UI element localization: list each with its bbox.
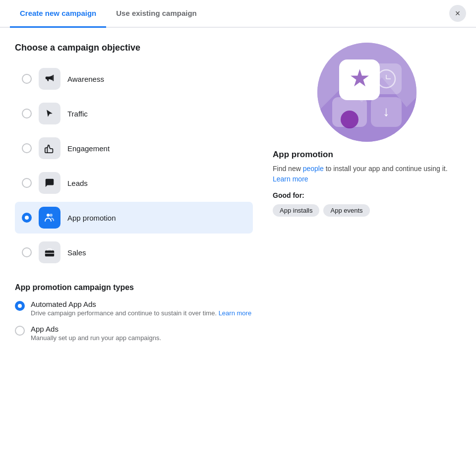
learn-more-link[interactable]: Learn more bbox=[273, 175, 308, 183]
tab-use-existing-campaign[interactable]: Use existing campaign bbox=[106, 0, 207, 28]
automated-learn-more[interactable]: Learn more bbox=[219, 309, 251, 317]
radio-traffic[interactable] bbox=[22, 109, 32, 118]
illustration-svg: ↓ ★ bbox=[317, 43, 416, 142]
close-button[interactable]: × bbox=[449, 5, 466, 22]
radio-sales[interactable] bbox=[22, 247, 32, 257]
option-app-ads[interactable]: App Ads Manually set up and run your app… bbox=[15, 325, 461, 342]
main-content: Choose a campaign objective Awareness bbox=[0, 28, 476, 278]
traffic-label: Traffic bbox=[67, 110, 88, 118]
campaign-types-section: App promotion campaign types Automated A… bbox=[0, 278, 476, 364]
preview-column: ↓ ★ App promotion F bbox=[273, 43, 461, 268]
thumbs-up-icon bbox=[44, 143, 55, 154]
people-grid-icon bbox=[44, 212, 56, 224]
objective-item-leads[interactable]: Leads bbox=[15, 167, 253, 199]
tags-container: App installs App events bbox=[273, 204, 461, 217]
section-title: Choose a campaign objective bbox=[15, 43, 253, 53]
campaign-types-title: App promotion campaign types bbox=[15, 283, 461, 292]
radio-automated[interactable] bbox=[15, 301, 25, 311]
option-automated-app-ads[interactable]: Automated App Ads Drive campaign perform… bbox=[15, 300, 461, 317]
app-ads-desc: Manually set up and run your app campaig… bbox=[31, 334, 161, 342]
svg-point-1 bbox=[50, 214, 53, 217]
sales-label: Sales bbox=[67, 248, 86, 257]
automated-desc: Drive campaign performance and continue … bbox=[31, 309, 251, 317]
desc-part1: Find new bbox=[273, 165, 303, 173]
svg-text:↓: ↓ bbox=[383, 104, 390, 119]
objective-list: Awareness Traffic bbox=[15, 63, 253, 268]
desc-part2: to install your app and continue using i… bbox=[324, 165, 448, 173]
header: Create new campaign Use existing campaig… bbox=[0, 0, 476, 28]
objective-item-sales[interactable]: Sales bbox=[15, 236, 253, 268]
automated-label: Automated App Ads bbox=[31, 300, 251, 308]
objective-item-traffic[interactable]: Traffic bbox=[15, 98, 253, 129]
app-ads-content: App Ads Manually set up and run your app… bbox=[31, 325, 161, 342]
awareness-label: Awareness bbox=[67, 75, 104, 83]
app-promotion-label: App promotion bbox=[67, 214, 116, 222]
engagement-icon-box bbox=[39, 137, 60, 159]
automated-content: Automated App Ads Drive campaign perform… bbox=[31, 300, 251, 317]
radio-engagement[interactable] bbox=[22, 143, 32, 153]
objectives-column: Choose a campaign objective Awareness bbox=[15, 43, 253, 268]
radio-awareness[interactable] bbox=[22, 74, 32, 84]
tab-create-new-campaign[interactable]: Create new campaign bbox=[10, 0, 106, 28]
chat-icon bbox=[44, 177, 55, 188]
preview-description: Find new people to install your app and … bbox=[273, 164, 461, 184]
leads-label: Leads bbox=[67, 179, 88, 187]
automated-desc-text: Drive campaign performance and continue … bbox=[31, 309, 219, 317]
awareness-icon-box bbox=[39, 68, 60, 90]
cursor-icon bbox=[45, 109, 55, 118]
app-ads-label: App Ads bbox=[31, 325, 161, 333]
radio-app-promotion[interactable] bbox=[22, 213, 32, 223]
leads-icon-box bbox=[39, 172, 60, 194]
good-for-title: Good for: bbox=[273, 191, 461, 199]
svg-text:★: ★ bbox=[349, 65, 370, 91]
svg-point-12 bbox=[341, 111, 358, 128]
radio-leads[interactable] bbox=[22, 178, 32, 188]
app-promotion-icon-box bbox=[39, 207, 60, 229]
megaphone-icon bbox=[44, 73, 55, 84]
sales-icon-box bbox=[39, 241, 60, 263]
tag-app-installs: App installs bbox=[273, 204, 319, 217]
objective-item-engagement[interactable]: Engagement bbox=[15, 132, 253, 164]
people-link[interactable]: people bbox=[303, 165, 324, 173]
briefcase-icon bbox=[44, 247, 55, 258]
objective-item-awareness[interactable]: Awareness bbox=[15, 63, 253, 95]
app-promotion-illustration: ↓ ★ bbox=[317, 43, 416, 142]
illustration-circle: ↓ ★ bbox=[317, 43, 416, 142]
engagement-label: Engagement bbox=[67, 144, 110, 153]
preview-title: App promotion bbox=[273, 150, 461, 160]
traffic-icon-box bbox=[39, 103, 60, 124]
svg-point-0 bbox=[47, 214, 50, 217]
tag-app-events: App events bbox=[323, 204, 369, 217]
objective-item-app-promotion[interactable]: App promotion bbox=[15, 202, 253, 234]
radio-app-ads[interactable] bbox=[15, 326, 25, 336]
